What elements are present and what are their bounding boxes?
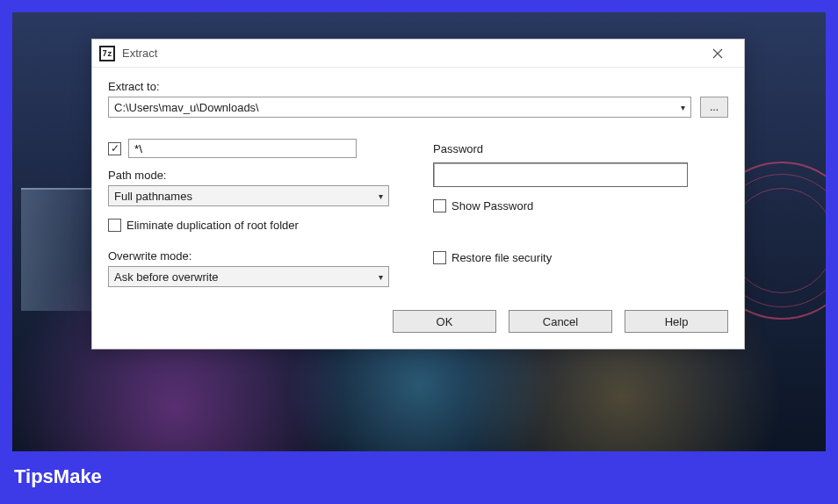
- restore-security-checkbox[interactable]: [433, 251, 446, 264]
- password-input[interactable]: [433, 162, 688, 187]
- path-mode-combo[interactable]: Full pathnames ▾: [108, 185, 389, 206]
- extract-to-label: Extract to:: [108, 80, 728, 93]
- eliminate-dup-checkbox[interactable]: [108, 219, 121, 232]
- overwrite-mode-label: Overwrite mode:: [108, 249, 389, 263]
- dialog-title: Extract: [122, 47, 157, 60]
- overwrite-mode-value: Ask before overwrite: [114, 270, 219, 284]
- dialog-button-row: OK Cancel Help: [92, 294, 744, 349]
- close-icon: [712, 48, 723, 59]
- show-password-label: Show Password: [452, 199, 533, 212]
- cancel-button[interactable]: Cancel: [509, 310, 612, 333]
- eliminate-dup-label: Eliminate duplication of root folder: [126, 219, 299, 232]
- password-label: Password: [433, 142, 688, 155]
- chevron-down-icon: ▾: [681, 103, 685, 112]
- path-mode-value: Full pathnames: [114, 190, 192, 203]
- app-icon: 7z: [99, 46, 115, 61]
- eliminate-dup-row[interactable]: Eliminate duplication of root folder: [108, 219, 389, 232]
- ok-button[interactable]: OK: [393, 310, 496, 333]
- close-button[interactable]: [698, 41, 737, 66]
- path-mode-label: Path mode:: [108, 169, 389, 182]
- restore-security-label: Restore file security: [452, 251, 552, 264]
- overwrite-mode-combo[interactable]: Ask before overwrite ▾: [108, 266, 389, 287]
- restore-security-row[interactable]: Restore file security: [433, 251, 688, 264]
- help-button[interactable]: Help: [625, 310, 728, 333]
- extract-dialog: 7z Extract Extract to: C:\Users\mav_u\Do…: [91, 39, 745, 349]
- show-password-row[interactable]: Show Password: [433, 199, 688, 212]
- chevron-down-icon: ▾: [379, 272, 383, 282]
- show-password-checkbox[interactable]: [433, 199, 446, 212]
- chevron-down-icon: ▾: [379, 191, 383, 201]
- dialog-titlebar[interactable]: 7z Extract: [92, 40, 744, 68]
- extract-to-value: C:\Users\mav_u\Downloads\: [114, 101, 259, 114]
- branding-text: TipsMake: [14, 465, 102, 488]
- subfolder-input[interactable]: [128, 139, 357, 158]
- extract-to-combo[interactable]: C:\Users\mav_u\Downloads\ ▾: [108, 97, 691, 118]
- subfolder-checkbox[interactable]: [108, 142, 121, 155]
- browse-button[interactable]: ...: [700, 97, 728, 118]
